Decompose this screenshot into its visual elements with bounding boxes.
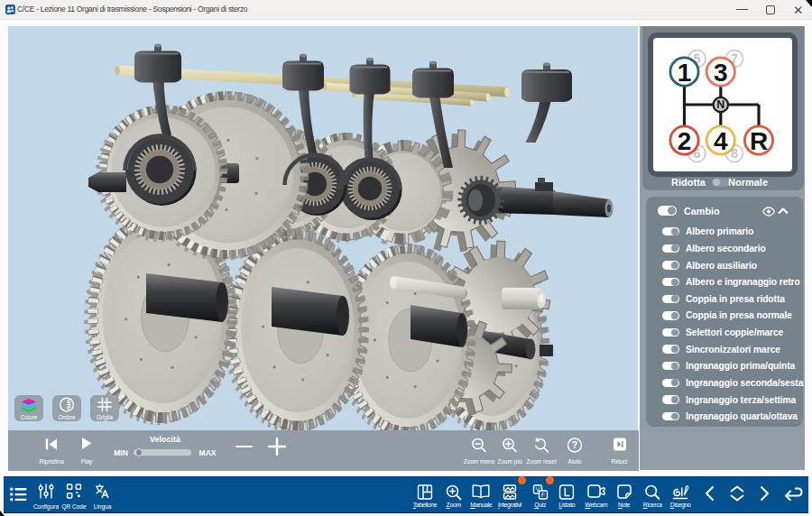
svg-text:?: ?: [572, 440, 577, 450]
svg-text:R: R: [750, 127, 768, 155]
svg-text:N: N: [716, 98, 724, 111]
svg-text:3: 3: [714, 59, 728, 87]
svg-text:2: 2: [678, 127, 692, 155]
svg-text:1: 1: [678, 59, 692, 87]
svg-text:F: F: [541, 491, 545, 497]
svg-text:4: 4: [714, 127, 728, 155]
